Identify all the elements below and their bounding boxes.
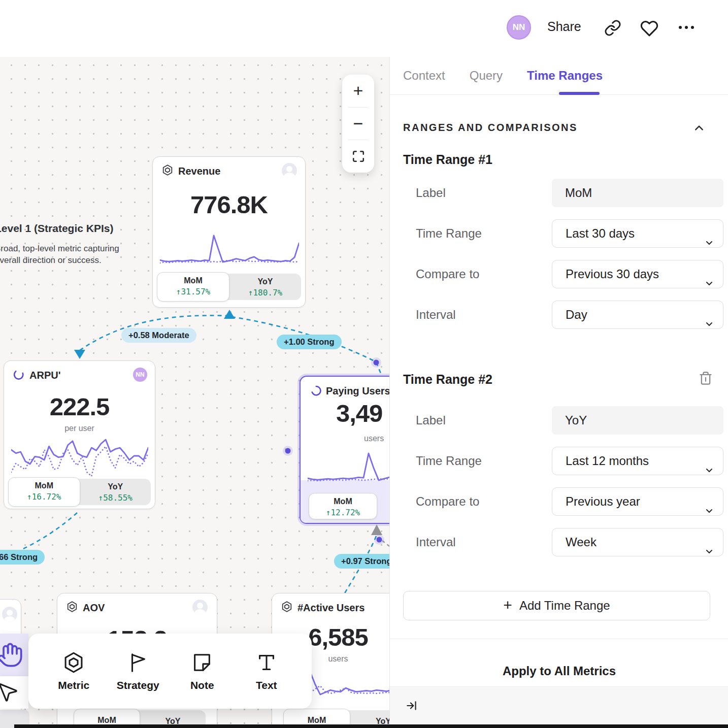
correlation-badge-arpu-revenue[interactable]: +0.58 Moderate (121, 328, 196, 343)
edge-gray-stub (382, 541, 389, 546)
apply-to-all-metrics-button[interactable]: Apply to All Metrics (390, 664, 728, 678)
card-title: #Active Users (297, 602, 365, 614)
group-title: Level 1 (Strategic KPIs) (0, 222, 125, 235)
trash-icon (699, 371, 713, 386)
zoom-out-button[interactable]: − (342, 108, 374, 140)
more-options-button[interactable] (677, 22, 696, 35)
divider (390, 639, 728, 639)
section-title: RANGES AND COMPARISONS (403, 122, 578, 133)
metric-value: 3,49 (336, 399, 382, 427)
yoy-toggle[interactable]: YoY ↑180.7% (229, 274, 301, 300)
hexagon-metric-icon (161, 164, 174, 178)
heart-icon (640, 19, 658, 38)
arc-metric-icon (13, 368, 25, 382)
interval-label: Interval (416, 528, 456, 556)
correlation-badge-left[interactable]: 66 Strong (0, 550, 45, 565)
connection-handle-dot[interactable] (374, 360, 379, 366)
interval-select[interactable]: Day (552, 301, 723, 329)
hand-tool-button[interactable] (0, 634, 28, 676)
owner-avatar-icon (282, 163, 297, 178)
metric-value: 222.5 (4, 392, 155, 421)
metric-card-revenue[interactable]: Revenue 776.8K MoM ↑31.57% YoY ↑180.7% (152, 156, 306, 308)
compare-to-select[interactable]: Previous year (552, 487, 723, 516)
zoom-controls: + − (342, 75, 374, 173)
copy-link-button[interactable] (604, 19, 621, 39)
time-range-label: Time Range (416, 219, 482, 248)
tool-text[interactable]: Text (238, 651, 295, 691)
mom-toggle[interactable]: MoM ↑12.72% (309, 493, 377, 519)
correlation-badge-paying-revenue[interactable]: +1.00 Strong (277, 335, 342, 349)
connection-handle-dot[interactable] (285, 448, 291, 454)
text-tool-icon (255, 651, 278, 674)
metric-tree-canvas[interactable]: Level 1 (Strategic KPIs) Broad, top-leve… (0, 57, 389, 728)
tab-context[interactable]: Context (403, 69, 445, 83)
collapse-panel-button[interactable] (405, 699, 418, 714)
group-annotation: Level 1 (Strategic KPIs) Broad, top-leve… (0, 222, 125, 267)
zoom-in-button[interactable]: + (342, 75, 374, 107)
time-range-1-title: Time Range #1 (403, 152, 492, 167)
tab-time-ranges[interactable]: Time Ranges (527, 69, 603, 83)
collapse-section-button[interactable] (694, 124, 704, 134)
card-title: AOV (83, 602, 105, 614)
owner-badge: NN (133, 368, 147, 382)
arrowhead-into-paying (371, 524, 382, 535)
cursor-icon (0, 680, 19, 704)
select-tool-button[interactable] (0, 676, 28, 709)
arrowhead-into-revenue (224, 310, 235, 319)
comparison-toggle: MoM ↑16.72% YoY ↑58.55% (9, 479, 151, 505)
delete-time-range-button[interactable] (699, 371, 713, 388)
compare-to-select[interactable]: Previous 30 days (552, 260, 723, 288)
app-screen: Level 1 (Strategic KPIs) Broad, top-leve… (0, 0, 728, 728)
label-input[interactable]: YoY (552, 406, 723, 435)
compare-to-label: Compare to (416, 260, 479, 288)
user-avatar[interactable]: NN (507, 15, 531, 40)
panel-footer (390, 686, 728, 728)
card-title: Revenue (178, 166, 220, 177)
mom-toggle[interactable]: MoM ↑31.57% (157, 272, 229, 302)
chevron-down-icon (705, 498, 714, 524)
share-button[interactable]: Share (547, 19, 581, 34)
metric-card-arpu[interactable]: ARPU' NN 222.5 per user MoM ↑16.72% YoY … (4, 360, 155, 509)
tab-query[interactable]: Query (470, 69, 503, 83)
link-icon (604, 19, 621, 37)
hexagon-metric-icon (62, 651, 85, 674)
yoy-toggle[interactable]: YoY ↑58.55% (80, 479, 151, 505)
tool-note[interactable]: Note (174, 651, 230, 691)
hexagon-metric-icon (66, 601, 78, 615)
time-range-select[interactable]: Last 12 months (552, 447, 723, 475)
fullscreen-icon (352, 150, 365, 163)
add-time-range-button[interactable]: + Add Time Range (403, 591, 710, 620)
favorite-button[interactable] (640, 19, 658, 40)
time-range-2-title: Time Range #2 (403, 372, 492, 387)
chevron-down-icon (705, 311, 714, 338)
fit-view-button[interactable] (342, 140, 374, 173)
note-icon (190, 651, 214, 674)
top-header: NN Share (0, 0, 728, 57)
flag-icon (126, 651, 150, 674)
sparkline-chart (308, 451, 389, 483)
mom-toggle[interactable]: MoM ↑16.72% (8, 477, 80, 507)
correlation-badge-active-paying[interactable]: +0.97 Strong (334, 554, 389, 569)
label-field-label: Label (416, 179, 446, 207)
tool-metric[interactable]: Metric (45, 651, 102, 691)
object-palette: Metric Strategy Note Text (28, 634, 312, 709)
arrowhead-into-arpu (74, 350, 85, 359)
settings-panel: Context Query Time Ranges RANGES AND COM… (389, 57, 728, 728)
bottom-edge-bar (14, 724, 728, 728)
interval-label: Interval (416, 301, 456, 329)
time-range-select[interactable]: Last 30 days (552, 219, 723, 248)
chevron-down-icon (705, 270, 714, 297)
hexagon-metric-icon (281, 601, 293, 615)
connection-handle-dot[interactable] (377, 537, 382, 543)
sparkline-chart (11, 437, 148, 479)
tool-strategy[interactable]: Strategy (110, 651, 167, 691)
chevron-up-icon (694, 124, 704, 132)
metric-unit: per user (4, 424, 155, 433)
comparison-toggle: MoM ↑31.57% YoY ↑180.7% (158, 274, 301, 300)
group-description: Broad, top-level metric capturing overal… (0, 243, 125, 267)
metric-card-paying-users[interactable]: Paying Users' 3,49 users MoM ↑12.72% (300, 376, 389, 524)
metric-unit: users (364, 434, 384, 443)
active-tab-indicator (559, 92, 600, 95)
label-input[interactable]: MoM (552, 179, 723, 207)
interval-select[interactable]: Week (552, 528, 723, 556)
